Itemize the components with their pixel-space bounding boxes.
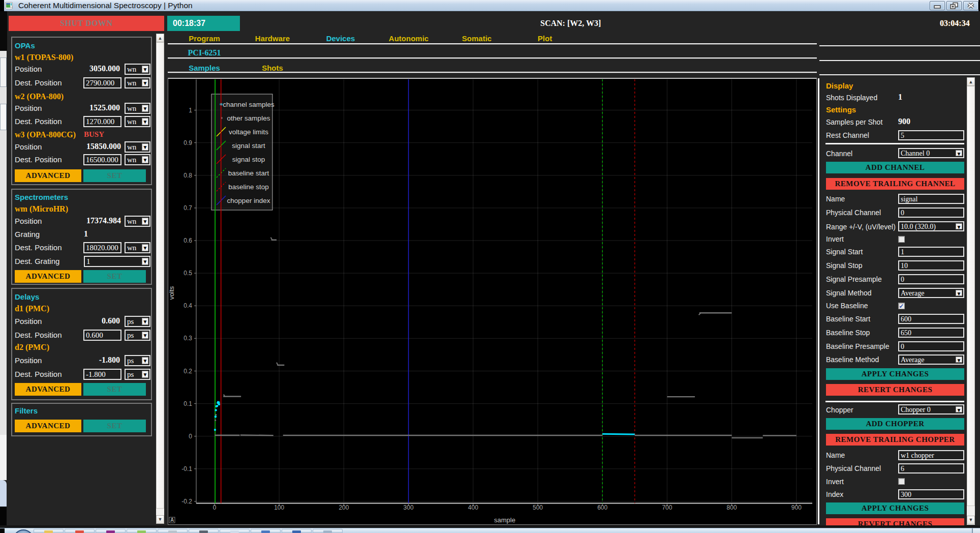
svg-text:700: 700 [662, 504, 672, 511]
svg-text:0: 0 [189, 433, 192, 440]
svg-text:0.5: 0.5 [183, 270, 192, 277]
svg-text:0.7: 0.7 [183, 204, 192, 212]
svg-text:600: 600 [597, 504, 607, 511]
svg-text:0.2: 0.2 [183, 368, 192, 375]
svg-text:0.6: 0.6 [183, 237, 192, 244]
svg-text:500: 500 [533, 504, 543, 511]
svg-text:A: A [170, 517, 174, 523]
svg-text:0.9: 0.9 [183, 139, 192, 146]
svg-text:volts: volts [168, 286, 175, 300]
svg-text:0.4: 0.4 [183, 302, 192, 309]
svg-text:baseline stop: baseline stop [228, 183, 269, 191]
svg-text:signal stop: signal stop [232, 156, 265, 163]
svg-text:signal start: signal start [232, 142, 265, 150]
svg-text:200: 200 [339, 504, 349, 511]
svg-text:1: 1 [189, 107, 192, 114]
svg-text:0: 0 [213, 504, 217, 511]
svg-text:chopper index: chopper index [227, 197, 270, 204]
svg-text:-0.2: -0.2 [181, 498, 192, 505]
svg-text:voltage limits: voltage limits [229, 128, 268, 136]
svg-text:300: 300 [404, 504, 414, 511]
svg-text:900: 900 [791, 504, 802, 511]
svg-text:-0.1: -0.1 [181, 465, 192, 472]
svg-text:channel samples: channel samples [223, 101, 274, 108]
svg-text:baseline start: baseline start [228, 169, 269, 177]
svg-text:0.3: 0.3 [183, 335, 192, 342]
svg-text:0.8: 0.8 [183, 172, 192, 179]
svg-text:sample: sample [494, 516, 515, 524]
svg-text:100: 100 [274, 504, 284, 511]
svg-text:other samples: other samples [227, 114, 270, 122]
svg-text:0.1: 0.1 [183, 400, 192, 407]
svg-text:400: 400 [468, 504, 478, 511]
svg-text:800: 800 [727, 504, 737, 511]
